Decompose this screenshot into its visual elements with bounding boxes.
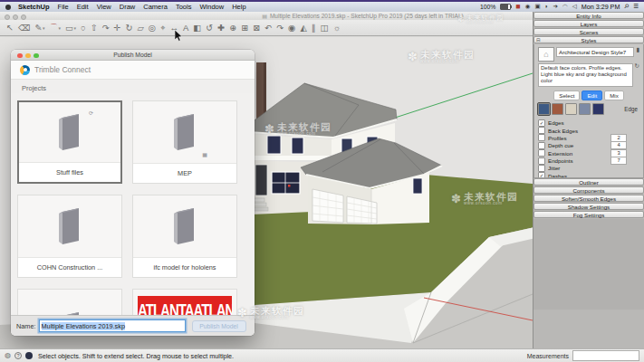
style-description[interactable]: Default face colors. Profile edges. Ligh… [538,63,633,87]
user-avatar[interactable] [25,352,33,359]
chat-icon[interactable]: ◗ [545,4,549,10]
menu-view[interactable]: View [97,3,111,11]
shape-tool[interactable]: ▭▾ [65,24,76,33]
push-pull-tool[interactable]: ⇧ [91,24,98,33]
window-close-icon[interactable] [5,14,10,20]
tray-section-soften-smooth-edges[interactable]: Soften/Smooth Edges [533,195,644,202]
apple-menu-icon[interactable] [5,5,11,10]
project-tile-ifc-model[interactable]: ifc model for hololens [132,195,237,278]
tray-section-shadow-settings[interactable]: Shadow Settings [533,203,644,210]
update-style-icon[interactable]: ↻ [635,63,639,70]
camera-icon[interactable]: ◉ [525,4,531,10]
style-name-field[interactable]: Architectural Design Style7 [556,47,634,57]
offset-tool[interactable]: ◎ [149,24,156,33]
style-setting-icon-4[interactable] [592,103,604,115]
notification-center-icon[interactable]: ☰ [633,4,639,10]
help-icon[interactable]: ? [14,352,22,359]
eraser-tool[interactable]: ⌫ [18,24,30,33]
tape-measure-tool[interactable]: ⌖ [160,24,165,33]
checkbox-extension[interactable] [538,149,545,157]
wifi-icon[interactable]: ◠ [562,4,568,10]
menu-window[interactable]: Window [199,3,224,11]
menu-camera[interactable]: Camera [143,3,168,11]
tab-mix[interactable]: Mix [604,90,624,100]
window-minimize-icon[interactable] [13,14,18,20]
dialog-minimize-button[interactable] [25,53,31,59]
window-controls[interactable] [5,14,26,20]
name-input[interactable]: Multiple Elevations 2019.skp [39,319,186,332]
paint-bucket-tool[interactable]: ◧ [193,24,201,33]
next-view-tool[interactable]: ↷ [276,24,284,33]
tray-section-layers[interactable]: Layers [533,20,644,27]
menu-file[interactable]: File [58,3,69,11]
dropdown-arrow-icon[interactable]: ▾ [73,25,76,31]
orbit-tool[interactable]: ↺ [206,24,213,33]
dialog-close-button[interactable] [17,53,23,59]
volume-icon[interactable]: ◁ [572,4,577,10]
shadows-toggle[interactable]: ☼ [332,24,341,33]
checkbox-jitter[interactable] [538,165,545,172]
line-tool[interactable]: ✎▾ [34,24,44,33]
project-tile-cohn-construction[interactable]: COHN Construction ... [17,195,122,278]
checkbox-back-edges[interactable] [538,127,545,134]
geolocation-icon[interactable]: ◍ [5,352,11,359]
menu-draw[interactable]: Draw [120,3,136,11]
window-zoom-icon[interactable] [21,14,26,20]
circle-tool[interactable]: ○ [81,24,86,33]
zoom-window-tool[interactable]: ⊞ [241,24,248,33]
section-plane-tool[interactable]: ◫ [320,24,328,33]
zoom-tool[interactable]: ⊕ [229,24,236,33]
arc-tool[interactable]: ⌒▾ [49,24,61,33]
style-setting-icon-2[interactable] [565,103,577,115]
style-setting-icon-1[interactable] [552,103,563,115]
spotlight-icon[interactable]: ⚲ [623,4,630,11]
checkbox-endpoints[interactable] [538,157,545,165]
measurements-input[interactable] [572,350,639,361]
rotate-tool[interactable]: ↻ [126,24,133,33]
display-icon[interactable]: ▣ [534,4,540,10]
project-tile-stuff-files[interactable]: ⟳ Stuff files [17,100,122,184]
record-icon[interactable]: ◼ [515,4,520,10]
move-tool[interactable]: ✛ [114,24,121,33]
checkbox-dashes[interactable]: ✓ [538,172,545,178]
style-setting-icon-0[interactable] [538,103,550,115]
project-tile-atlanta[interactable]: ATLANTAATLANTA [132,289,237,315]
dropdown-arrow-icon[interactable]: ▾ [58,25,61,31]
redirect-icon[interactable]: ➔ [553,4,558,10]
pan-tool[interactable]: ✚ [217,24,225,33]
tray-section-fog-settings[interactable]: Fog Settings [533,211,644,218]
dialog-zoom-button[interactable] [34,53,39,59]
tray-section-components[interactable]: Components [533,186,644,194]
tab-select[interactable]: Select [553,90,580,100]
scale-tool[interactable]: ▱ [138,24,144,33]
publish-model-button[interactable]: Publish Model [192,320,246,332]
menu-sketchup[interactable]: SketchUp [18,3,50,11]
tab-edit[interactable]: Edit [582,90,602,100]
tray-section-scenes[interactable]: Scenes [533,28,644,35]
menu-tools[interactable]: Tools [176,3,192,11]
project-tile-partial[interactable] [17,289,122,315]
style-setting-icon-3[interactable] [579,103,591,115]
previous-view-tool[interactable]: ↶ [264,24,272,33]
look-around-tool[interactable]: ◭ [300,24,306,33]
checkbox-depth-cue[interactable] [538,142,545,149]
menubar-clock[interactable]: Mon 3:29 PM [582,3,620,11]
zoom-extents-tool[interactable]: ⊠ [253,24,260,33]
checkbox-profiles[interactable] [538,134,545,141]
value-field-endpoints[interactable]: 7 [610,157,627,165]
tray-section-entity-info[interactable]: Entity Info [533,12,644,19]
tray-section-styles[interactable]: ⊟ Styles [533,36,644,43]
checkbox-label: Extension [548,150,572,157]
menu-help[interactable]: Help [232,3,245,11]
checkbox-edges[interactable]: ✓ [538,119,545,127]
tray-section-outliner[interactable]: Outliner [533,178,644,186]
menu-edit[interactable]: Edit [77,3,89,11]
select-tool[interactable]: ↖ [6,24,14,33]
position-camera-tool[interactable]: ◉ [288,24,295,33]
collapse-icon[interactable]: ⊟ [536,37,541,43]
dialog-titlebar[interactable]: Publish Model [11,50,255,61]
walk-tool[interactable]: ∥ [312,24,316,33]
project-tile-mep[interactable]: ▦ MEP [132,100,237,184]
follow-me-tool[interactable]: ↷ [102,24,110,33]
dropdown-arrow-icon[interactable]: ▾ [43,25,45,31]
